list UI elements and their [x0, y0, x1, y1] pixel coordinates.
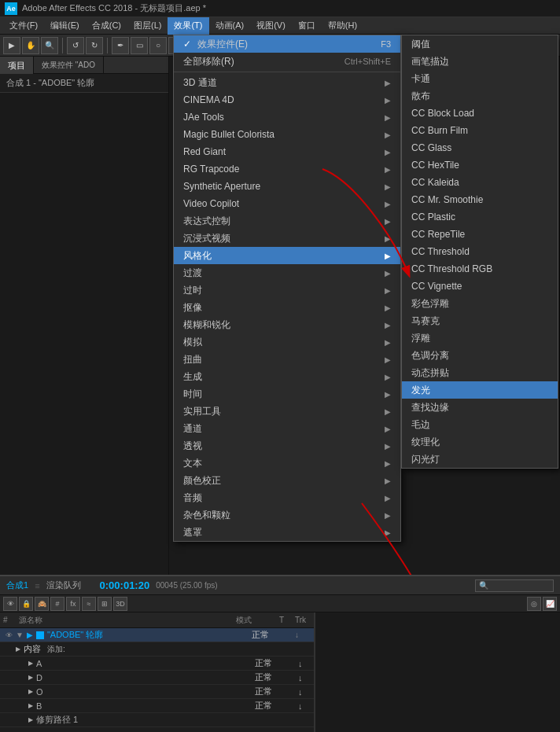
eye-toggle-1[interactable]: 👁: [3, 630, 14, 641]
adjust-icon[interactable]: ⊞: [98, 597, 112, 611]
cc-plastic-item[interactable]: CC Plastic: [402, 208, 558, 226]
cc-mr-smoothie-item[interactable]: CC Mr. Smoothie: [402, 191, 558, 208]
keying-item[interactable]: 抠像 ▶: [174, 299, 400, 316]
rect-tool[interactable]: ▭: [131, 37, 148, 54]
cinema4d-item[interactable]: CINEMA 4D ▶: [174, 91, 400, 109]
menu-edit[interactable]: 编辑(E): [44, 17, 86, 35]
layer-row-1[interactable]: 👁 ▼ ▶ "ADOBE" 轮廓 正常 ↓: [0, 628, 314, 642]
texturize-item[interactable]: 纹理化: [402, 433, 558, 451]
layer-o-label: O: [36, 687, 255, 697]
color-correction-item[interactable]: 颜色校正 ▶: [174, 472, 400, 489]
cc-threshold-item[interactable]: CC Threshold: [402, 243, 558, 260]
color-emboss-item[interactable]: 彩色浮雕: [402, 295, 558, 312]
distort-item[interactable]: 扭曲 ▶: [174, 351, 400, 368]
shy-icon[interactable]: 🙈: [35, 597, 49, 611]
glow-item[interactable]: 发光: [402, 381, 558, 399]
noise-grain-item[interactable]: 杂色和颗粒 ▶: [174, 506, 400, 524]
brush-stroke-item[interactable]: 画笔描边: [402, 53, 558, 70]
remove-all-item[interactable]: 全部移除(R) Ctrl+Shift+E: [174, 53, 400, 70]
menu-window[interactable]: 窗口: [292, 17, 322, 35]
solo-icon[interactable]: ◎: [527, 597, 541, 611]
perspective-item[interactable]: 透视 ▶: [174, 437, 400, 454]
sublayer-d[interactable]: ▶ D 正常 ↓: [0, 671, 314, 685]
menu-layer[interactable]: 图层(L): [127, 17, 168, 35]
matte-item[interactable]: 遮罩 ▶: [174, 524, 400, 541]
lock-icon[interactable]: 🔒: [19, 597, 33, 611]
strobe-light-item[interactable]: 闪光灯: [402, 451, 558, 468]
video-copilot-item[interactable]: Video Copilot ▶: [174, 195, 400, 212]
roughen-edges-item[interactable]: 毛边: [402, 416, 558, 433]
menu-file[interactable]: 文件(F): [3, 17, 44, 35]
sublayer-content[interactable]: ▶ 内容 添加:: [0, 642, 314, 657]
expression-control-item[interactable]: 表达式控制 ▶: [174, 212, 400, 230]
cc-threshold-rgb-item[interactable]: CC Threshold RGB: [402, 260, 558, 278]
menu-help[interactable]: 帮助(H): [322, 17, 363, 35]
cc-repetile-item[interactable]: CC RepeTile: [402, 226, 558, 243]
blur-sharpen-item[interactable]: 模糊和锐化 ▶: [174, 316, 400, 333]
mosaic-item[interactable]: 马赛克: [402, 312, 558, 329]
find-edges-item[interactable]: 查找边缘: [402, 399, 558, 416]
3d-channel-item[interactable]: 3D 通道 ▶: [174, 74, 400, 91]
obsolete-item[interactable]: 过时 ▶: [174, 281, 400, 299]
sublayer-a[interactable]: ▶ A 正常 ↓: [0, 657, 314, 671]
red-giant-item[interactable]: Red Giant ▶: [174, 143, 400, 160]
transition-item[interactable]: 过渡 ▶: [174, 264, 400, 281]
timeline-area: 合成1 ≡ 渲染队列 0:00:01:20 00045 (25.00 fps) …: [0, 575, 560, 732]
jae-tools-item[interactable]: JAe Tools ▶: [174, 109, 400, 126]
add-content-btn[interactable]: 添加:: [47, 644, 65, 655]
synthetic-aperture-item[interactable]: Synthetic Aperture ▶: [174, 178, 400, 195]
menu-animation[interactable]: 动画(A): [209, 17, 251, 35]
tab-project[interactable]: 项目: [0, 57, 34, 74]
eye-icon[interactable]: 👁: [3, 597, 17, 611]
tab-effect-control[interactable]: 效果控件 "ADO: [34, 57, 104, 74]
motion-blur-icon[interactable]: ≈: [82, 597, 96, 611]
zoom-tool[interactable]: 🔍: [41, 37, 58, 54]
graph-editor-icon[interactable]: 📈: [543, 597, 557, 611]
hand-tool[interactable]: ✋: [22, 37, 39, 54]
cc-hextile-item[interactable]: CC HexTile: [402, 156, 558, 174]
rotate-tool[interactable]: ↺: [67, 37, 84, 54]
immersive-video-item[interactable]: 沉浸式视频 ▶: [174, 230, 400, 247]
cc-burn-film-item[interactable]: CC Burn Film: [402, 122, 558, 139]
cc-vignette-item[interactable]: CC Vignette: [402, 278, 558, 295]
cc-block-load-item[interactable]: CC Block Load: [402, 105, 558, 122]
selection-tool[interactable]: ▶: [3, 37, 20, 54]
audio-item[interactable]: 音频 ▶: [174, 489, 400, 506]
content-label: 内容: [24, 643, 41, 655]
ellipse-tool[interactable]: ○: [149, 37, 167, 54]
trim-path-row[interactable]: ▶ 修剪路径 1: [0, 713, 314, 727]
cc-glass-item[interactable]: CC Glass: [402, 139, 558, 156]
rotate2-tool[interactable]: ↻: [86, 37, 103, 54]
threshold-item[interactable]: 阈值: [402, 35, 558, 53]
stylize-item[interactable]: 风格化 ▶: [174, 247, 400, 264]
motion-tile-item[interactable]: 动态拼贴: [402, 364, 558, 381]
posterize-item[interactable]: 色调分离: [402, 347, 558, 364]
utility-item[interactable]: 实用工具 ▶: [174, 403, 400, 420]
channel-item[interactable]: 通道 ▶: [174, 420, 400, 437]
emboss-item[interactable]: 浮雕: [402, 329, 558, 347]
menu-compose[interactable]: 合成(C): [86, 17, 127, 35]
effect-control-shortcut: F3: [381, 39, 391, 49]
menu-view[interactable]: 视图(V): [250, 17, 292, 35]
scatter-item[interactable]: 散布: [402, 87, 558, 105]
timeline-header: 合成1 ≡ 渲染队列 0:00:01:20 00045 (25.00 fps): [0, 576, 560, 595]
simulate-item[interactable]: 模拟 ▶: [174, 333, 400, 351]
title-bar: Ae Adobe After Effects CC 2018 - 无标题项目.a…: [0, 0, 560, 17]
fx-icon[interactable]: fx: [66, 597, 80, 611]
rg-trapcode-item[interactable]: RG Trapcode ▶: [174, 160, 400, 178]
layer-header: # 源名称 模式 T Trk: [0, 612, 314, 628]
timeline-search-input[interactable]: [475, 579, 554, 592]
cc-kaleida-item[interactable]: CC Kaleida: [402, 174, 558, 191]
3d-icon[interactable]: 3D: [113, 597, 127, 611]
magic-bullet-item[interactable]: Magic Bullet Colorista ▶: [174, 126, 400, 143]
collapse-icon[interactable]: #: [50, 597, 64, 611]
time-item[interactable]: 时间 ▶: [174, 385, 400, 403]
menu-effect[interactable]: 效果(T): [168, 17, 208, 35]
cartoon-item[interactable]: 卡通: [402, 70, 558, 87]
generate-item[interactable]: 生成 ▶: [174, 368, 400, 385]
text-item[interactable]: 文本 ▶: [174, 454, 400, 472]
sublayer-o[interactable]: ▶ O 正常 ↓: [0, 685, 314, 699]
layer-b-mode: 正常: [255, 700, 298, 712]
pen-tool[interactable]: ✒: [112, 37, 129, 54]
sublayer-b[interactable]: ▶ B 正常 ↓: [0, 699, 314, 713]
